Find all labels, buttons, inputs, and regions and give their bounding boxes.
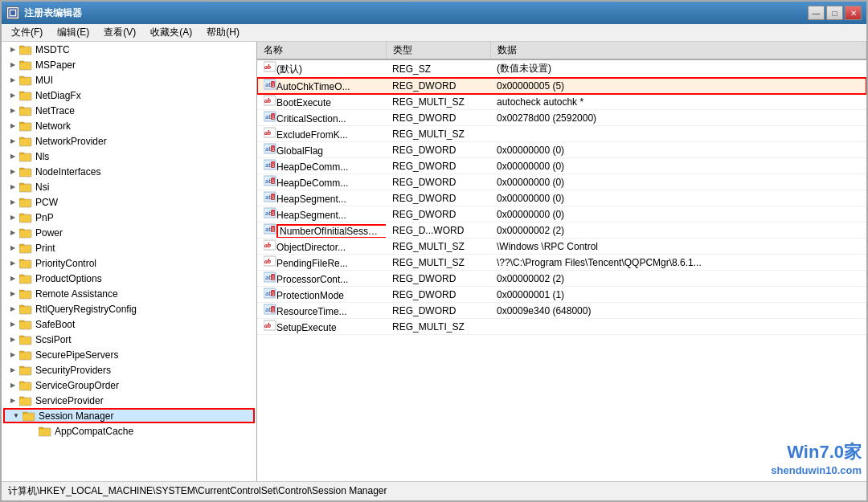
expand-arrow-icon[interactable]: ▶ xyxy=(8,182,18,192)
reg-type-cell: REG_DWORD xyxy=(386,206,490,222)
expand-arrow-icon[interactable]: ▶ xyxy=(8,365,18,375)
tree-item[interactable]: ▶ NetDiagFx xyxy=(2,88,256,103)
expand-arrow-icon[interactable]: ▶ xyxy=(8,228,18,238)
table-row[interactable]: ab 1 HeapDeComm...REG_DWORD0x00000000 (0… xyxy=(257,158,866,174)
expand-arrow-icon[interactable]: ▶ xyxy=(8,76,18,85)
tree-item[interactable]: ▶ RtlQueryRegistryConfig xyxy=(2,301,256,316)
tree-item[interactable]: ▶ Print xyxy=(2,240,256,255)
expand-arrow-icon[interactable]: ▶ xyxy=(8,198,18,207)
menu-favorites[interactable]: 收藏夹(A) xyxy=(144,24,199,41)
folder-icon xyxy=(19,120,32,132)
table-row[interactable]: ab ExcludeFromK...REG_MULTI_SZ xyxy=(257,126,866,142)
expand-arrow-icon[interactable]: ▶ xyxy=(8,259,18,268)
tree-item[interactable]: ▶ ServiceGroupOrder xyxy=(2,378,256,393)
reg-data-cell xyxy=(490,126,866,142)
svg-rect-22 xyxy=(20,139,31,145)
table-row[interactable]: ab 1 AutoChkTimeO...REG_DWORD0x00000005 … xyxy=(257,78,866,94)
menu-help[interactable]: 帮助(H) xyxy=(200,24,246,41)
tree-item[interactable]: ▶ MUI xyxy=(2,72,256,88)
reg-type-cell: REG_DWORD xyxy=(386,78,490,94)
table-row[interactable]: ab 1 ProtectionModeREG_DWORD0x00000001 (… xyxy=(257,287,866,303)
tree-item[interactable]: ▶ SecurityProviders xyxy=(2,362,256,378)
reg-name-text: ProtectionMode xyxy=(276,290,344,301)
tree-item-label: NodeInterfaces xyxy=(35,166,100,178)
col-header-data: 数据 xyxy=(490,42,866,59)
ab-icon: ab xyxy=(264,95,276,106)
expand-arrow-icon[interactable]: ▶ xyxy=(8,91,18,100)
table-row[interactable]: ab BootExecuteREG_MULTI_SZautocheck auto… xyxy=(257,94,866,110)
table-row[interactable]: ab 1 GlobalFlagREG_DWORD0x00000000 (0) xyxy=(257,142,866,158)
svg-text:1: 1 xyxy=(272,162,275,168)
table-row[interactable]: ab 1 CriticalSection...REG_DWORD0x00278d… xyxy=(257,110,866,126)
tree-item[interactable]: ▶ NetTrace xyxy=(2,103,256,118)
expand-arrow-icon[interactable]: ▶ xyxy=(8,121,18,131)
tree-item[interactable]: ▶ SafeBoot xyxy=(2,316,256,332)
table-row[interactable]: ab 1 NumberOfInitialSessionsREG_D...WORD… xyxy=(257,222,866,239)
table-row[interactable]: ab 1 HeapDeComm...REG_DWORD0x00000000 (0… xyxy=(257,174,866,190)
svg-text:1: 1 xyxy=(272,307,275,312)
table-row[interactable]: ab 1 HeapSegment...REG_DWORD0x00000000 (… xyxy=(257,206,866,222)
expand-arrow-icon[interactable]: ▶ xyxy=(8,152,18,161)
reg-name-cell: ab 1 ProtectionMode xyxy=(257,287,386,303)
tree-item[interactable]: ▶ ServiceProvider xyxy=(2,393,256,408)
tree-item[interactable]: ▶ MSDTC xyxy=(2,42,256,57)
table-row[interactable]: ab SetupExecuteREG_MULTI_SZ xyxy=(257,319,866,335)
expand-arrow-icon[interactable]: ▶ xyxy=(8,213,18,222)
menu-edit[interactable]: 编辑(E) xyxy=(51,24,96,41)
tree-item[interactable]: ▶ MSPaper xyxy=(2,57,256,72)
tree-item[interactable]: ▶ Nsi xyxy=(2,179,256,194)
folder-icon xyxy=(19,334,32,345)
titlebar: 注册表编辑器 — □ ✕ xyxy=(2,2,866,24)
expand-arrow-icon[interactable]: ▶ xyxy=(8,243,18,253)
tree-item[interactable]: ▼ Session Manager xyxy=(3,408,255,423)
expand-arrow-icon[interactable]: ▼ xyxy=(11,411,21,421)
tree-item[interactable]: ▶ Nls xyxy=(2,149,256,164)
close-button[interactable]: ✕ xyxy=(845,6,862,20)
expand-arrow-icon[interactable]: ▶ xyxy=(8,60,18,70)
registry-tree[interactable]: ▶ MSDTC▶ MSPaper▶ MUI▶ NetDiagFx▶ NetTra… xyxy=(2,42,257,481)
table-row[interactable]: ab PendingFileRe...REG_MULTI_SZ\??\C:\Pr… xyxy=(257,255,866,271)
reg-name-text: (默认) xyxy=(276,63,302,75)
expand-arrow-icon[interactable]: ▶ xyxy=(8,335,18,345)
expand-arrow-icon[interactable]: ▶ xyxy=(8,350,18,360)
maximize-button[interactable]: □ xyxy=(826,6,843,20)
reg-name-cell: ab 1 ResourceTime... xyxy=(257,303,386,319)
tree-item[interactable]: ▶ ProductOptions xyxy=(2,271,256,286)
tree-item[interactable]: ▶ SecurePipeServers xyxy=(2,347,256,362)
tree-item[interactable]: ▶ PriorityControl xyxy=(2,255,256,271)
expand-arrow-icon[interactable]: ▶ xyxy=(8,45,18,55)
expand-arrow-icon[interactable]: ▶ xyxy=(8,106,18,116)
tree-item-label: Nls xyxy=(35,151,49,162)
tree-item[interactable]: AppCompatCache xyxy=(2,423,256,439)
tree-item[interactable]: ▶ PCW xyxy=(2,194,256,210)
tree-item[interactable]: ▶ Remote Assistance xyxy=(2,286,256,301)
svg-text:ab: ab xyxy=(264,322,271,329)
expand-arrow-icon[interactable]: ▶ xyxy=(8,320,18,329)
tree-item[interactable]: ▶ Network xyxy=(2,118,256,133)
expand-arrow-icon[interactable]: ▶ xyxy=(8,137,18,146)
expand-arrow-icon[interactable]: ▶ xyxy=(8,304,18,314)
expand-arrow-icon[interactable]: ▶ xyxy=(8,381,18,390)
table-row[interactable]: ab ObjectDirector...REG_MULTI_SZ\Windows… xyxy=(257,239,866,255)
expand-arrow-icon[interactable]: ▶ xyxy=(8,396,18,406)
window-controls: — □ ✕ xyxy=(808,6,862,20)
expand-arrow-icon[interactable]: ▶ xyxy=(8,167,18,177)
tree-item-label: NetTrace xyxy=(35,105,75,116)
tree-item[interactable]: ▶ NodeInterfaces xyxy=(2,164,256,179)
tree-item[interactable]: ▶ ScsiPort xyxy=(2,332,256,347)
table-row[interactable]: ab (默认)REG_SZ(数值未设置) xyxy=(257,59,866,78)
menu-file[interactable]: 文件(F) xyxy=(5,24,49,41)
reg-type-cell: REG_DWORD xyxy=(386,271,490,287)
tree-item[interactable]: ▶ Power xyxy=(2,225,256,240)
tree-item[interactable]: ▶ NetworkProvider xyxy=(2,133,256,149)
expand-arrow-icon[interactable]: ▶ xyxy=(8,289,18,299)
expand-arrow-icon[interactable]: ▶ xyxy=(8,274,18,284)
tree-item[interactable]: ▶ PnP xyxy=(2,210,256,225)
menu-view[interactable]: 查看(V) xyxy=(97,24,142,41)
expand-arrow-icon[interactable] xyxy=(27,426,37,436)
minimize-button[interactable]: — xyxy=(808,6,825,20)
svg-rect-76 xyxy=(23,414,34,420)
table-row[interactable]: ab 1 HeapSegment...REG_DWORD0x00000000 (… xyxy=(257,190,866,206)
table-row[interactable]: ab 1 ProcessorCont...REG_DWORD0x00000002… xyxy=(257,271,866,287)
table-row[interactable]: ab 1 ResourceTime...REG_DWORD0x0009e340 … xyxy=(257,303,866,319)
